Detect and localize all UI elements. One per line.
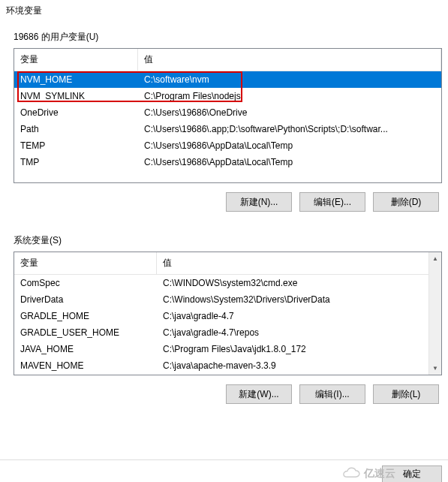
table-row[interactable]: TMPC:\Users\19686\AppData\Local\Temp bbox=[14, 154, 441, 170]
var-value-cell: C:\Users\19686\.app;D:\software\Python\S… bbox=[138, 122, 441, 136]
scroll-down-icon[interactable]: ▼ bbox=[429, 362, 441, 375]
new-sys-var-button[interactable]: 新建(W)... bbox=[226, 384, 292, 404]
var-value-cell: C:\Windows\System32\Drivers\DriverData bbox=[157, 293, 441, 306]
new-user-var-button[interactable]: 新建(N)... bbox=[226, 192, 292, 212]
var-name-cell: DriverData bbox=[14, 293, 157, 306]
var-name-cell: JAVA_HOME bbox=[14, 342, 157, 356]
var-value-cell: C:\Program Files\nodejs bbox=[138, 89, 441, 103]
edit-user-var-button[interactable]: 编辑(E)... bbox=[299, 192, 365, 212]
table-row[interactable]: NVM_SYMLINKC:\Program Files\nodejs bbox=[14, 88, 441, 104]
var-name-cell: NVM_HOME bbox=[14, 73, 138, 86]
var-name-cell: Path bbox=[14, 122, 138, 136]
user-buttons-row: 新建(N)... 编辑(E)... 删除(D) bbox=[14, 183, 442, 212]
table-row[interactable]: JAVA_HOMEC:\Program Files\Java\jdk1.8.0_… bbox=[14, 341, 441, 357]
var-value-cell: C:\Users\19686\AppData\Local\Temp bbox=[138, 155, 441, 169]
cloud-icon bbox=[340, 467, 361, 480]
user-variables-group: 19686 的用户变量(U) 变量 值 NVM_HOMEC:\software\… bbox=[14, 22, 442, 212]
system-variables-group: 系统变量(S) 变量 值 ComSpecC:\WINDOWS\system32\… bbox=[14, 225, 442, 404]
system-variables-list[interactable]: 变量 值 ComSpecC:\WINDOWS\system32\cmd.exeD… bbox=[14, 252, 442, 375]
var-value-cell: C:\Program Files\Java\jdk1.8.0_172 bbox=[157, 342, 441, 356]
delete-sys-var-button[interactable]: 删除(L) bbox=[373, 384, 439, 404]
col-header-name[interactable]: 变量 bbox=[14, 49, 138, 71]
table-row[interactable]: MAVEN_HOMEC:\java\apache-maven-3.3.9 bbox=[14, 357, 441, 374]
var-name-cell: TMP bbox=[14, 155, 138, 169]
system-list-header: 变量 值 bbox=[14, 252, 441, 275]
col-header-value[interactable]: 值 bbox=[157, 252, 441, 274]
table-row[interactable]: ComSpecC:\WINDOWS\system32\cmd.exe bbox=[14, 275, 441, 291]
var-name-cell: NVM_SYMLINK bbox=[14, 89, 138, 103]
table-row[interactable]: NUMBER_OF_PROCESSORS4 bbox=[14, 374, 441, 375]
table-row[interactable]: GRADLE_HOMEC:\java\gradle-4.7 bbox=[14, 308, 441, 324]
vertical-scrollbar[interactable]: ▲ ▼ bbox=[428, 252, 441, 375]
dialog-title: 环境变量 bbox=[0, 0, 448, 22]
user-variables-label: 19686 的用户变量(U) bbox=[14, 22, 442, 44]
table-row[interactable]: OneDriveC:\Users\19686\OneDrive bbox=[14, 104, 441, 121]
var-value-cell: C:\WINDOWS\system32\cmd.exe bbox=[157, 276, 441, 290]
user-list-header: 变量 值 bbox=[14, 49, 441, 71]
col-header-value[interactable]: 值 bbox=[138, 49, 441, 71]
table-row[interactable]: GRADLE_USER_HOMEC:\java\gradle-4.7\repos bbox=[14, 324, 441, 341]
var-name-cell: GRADLE_HOME bbox=[14, 309, 157, 323]
var-value-cell: C:\java\gradle-4.7 bbox=[157, 309, 441, 323]
var-value-cell: C:\Users\19686\OneDrive bbox=[138, 106, 441, 119]
scroll-up-icon[interactable]: ▲ bbox=[429, 252, 441, 265]
var-value-cell: C:\software\nvm bbox=[138, 73, 441, 86]
delete-user-var-button[interactable]: 删除(D) bbox=[373, 192, 439, 212]
var-value-cell: C:\Users\19686\AppData\Local\Temp bbox=[138, 139, 441, 152]
var-name-cell: GRADLE_USER_HOME bbox=[14, 326, 157, 339]
var-value-cell: C:\java\apache-maven-3.3.9 bbox=[157, 359, 441, 372]
var-name-cell: MAVEN_HOME bbox=[14, 359, 157, 372]
system-buttons-row: 新建(W)... 编辑(I)... 删除(L) bbox=[14, 375, 442, 404]
dialog-footer: 亿速云 确定 bbox=[0, 459, 448, 482]
table-row[interactable]: TEMPC:\Users\19686\AppData\Local\Temp bbox=[14, 137, 441, 154]
var-name-cell: TEMP bbox=[14, 139, 138, 152]
watermark: 亿速云 bbox=[340, 467, 395, 480]
table-row[interactable]: DriverDataC:\Windows\System32\Drivers\Dr… bbox=[14, 291, 441, 308]
watermark-text: 亿速云 bbox=[364, 467, 395, 480]
table-row[interactable]: NVM_HOMEC:\software\nvm bbox=[14, 71, 441, 88]
system-variables-label: 系统变量(S) bbox=[14, 225, 442, 247]
table-row[interactable]: PathC:\Users\19686\.app;D:\software\Pyth… bbox=[14, 121, 441, 137]
col-header-name[interactable]: 变量 bbox=[14, 252, 157, 274]
user-variables-list[interactable]: 变量 值 NVM_HOMEC:\software\nvmNVM_SYMLINKC… bbox=[14, 48, 442, 183]
var-name-cell: ComSpec bbox=[14, 276, 157, 290]
var-name-cell: OneDrive bbox=[14, 106, 138, 119]
edit-sys-var-button[interactable]: 编辑(I)... bbox=[299, 384, 365, 404]
var-value-cell: C:\java\gradle-4.7\repos bbox=[157, 326, 441, 339]
